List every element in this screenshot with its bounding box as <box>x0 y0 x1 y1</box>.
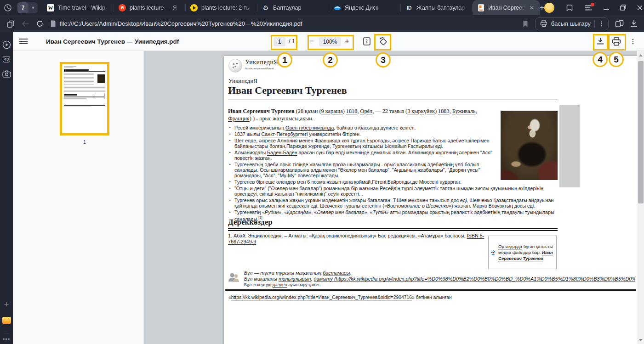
link[interactable]: бастамасы <box>323 270 350 276</box>
link[interactable]: 9 караша <box>321 108 343 114</box>
history-clock-icon[interactable] <box>0 0 16 15</box>
collections-icon[interactable] <box>615 20 624 28</box>
pdf-menu-icon[interactable] <box>19 32 28 51</box>
link[interactable]: 3 қыркүйек <box>407 108 435 114</box>
link[interactable]: Орёл <box>360 108 373 114</box>
url-field[interactable]: file:///C:/Users/Admin/Desktop/Иван%20Се… <box>50 20 302 27</box>
link[interactable]: дамыту <box>314 276 333 282</box>
retrieved-from-line: «https://kk.wikipedia.org/w/index.php?ti… <box>228 295 452 300</box>
footer-rule <box>225 289 636 291</box>
person-stub-icon <box>228 271 239 283</box>
zoom-out-button[interactable]: − <box>309 32 314 51</box>
screenshot-camera-icon[interactable] <box>0 70 13 78</box>
link[interactable]: дәлдеп <box>273 282 287 287</box>
link[interactable]: 1818 <box>346 108 358 114</box>
minimize-button[interactable] <box>604 5 609 11</box>
page-number-input[interactable]: 1 <box>274 37 285 46</box>
tabs-count-badge[interactable]: 43 <box>0 56 13 62</box>
sidebar-add-icon[interactable]: + <box>0 300 13 310</box>
zoom-in-button[interactable]: + <box>345 32 349 51</box>
print-pdf-icon[interactable] <box>612 32 621 51</box>
close-window-button[interactable] <box>637 5 643 11</box>
rotate-page-icon[interactable] <box>378 32 389 51</box>
tab-label: Иван Сергееви <box>488 5 525 11</box>
wikipedia-globe-icon <box>228 59 242 73</box>
link[interactable]: толықтырып <box>279 276 311 282</box>
profile-avatar[interactable] <box>544 3 554 13</box>
thumbnail-preview <box>62 64 107 133</box>
fit-to-page-icon[interactable] <box>362 32 371 51</box>
tab-counter[interactable]: 7 ▼ <box>17 2 38 13</box>
tab-close-icon[interactable]: ✕ <box>529 5 535 11</box>
link[interactable]: Буживаль <box>452 108 476 114</box>
reference-item: 1. Абай. Энциклопедия. – Алматы: «Қазақ … <box>228 233 485 245</box>
tab-yandex-search[interactable]: Я plants lecture — Я <box>114 0 186 15</box>
video-player-icon[interactable] <box>0 40 13 49</box>
link[interactable]: (https://kk.wikipedia.org/w/index.php?ti… <box>333 276 635 282</box>
scroll-down-arrow[interactable] <box>637 337 644 343</box>
print-options-icon[interactable]: ⋮ <box>598 20 604 27</box>
thumbnail-panel: 1 <box>13 51 144 344</box>
tab-bar: 7 ▼ W Time travel - Wikip Я plants lectu… <box>0 0 644 15</box>
divider <box>594 20 595 28</box>
print-button-label[interactable]: басып шығару <box>551 20 591 27</box>
chevron-down-icon[interactable]: ▼ <box>28 6 38 10</box>
divider <box>4 333 9 333</box>
browser-menu-icon[interactable] <box>585 5 593 11</box>
bookmark-icon[interactable] <box>522 20 529 28</box>
yandex-mail-icon[interactable] <box>0 317 13 324</box>
tab-settings[interactable]: ⚙ Баптаулар <box>257 0 329 15</box>
bullet-item: 1837 жылы Санкт-Петербургтегі университе… <box>234 131 558 137</box>
link[interactable]: Парижде <box>286 143 307 149</box>
tab-count-badge[interactable]: 7 <box>17 2 28 13</box>
reload-icon[interactable] <box>36 20 44 28</box>
address-bar: file:///C:/Users/Admin/Desktop/Иван%20Се… <box>0 15 644 32</box>
pdf-file-icon <box>477 4 484 11</box>
article-body: Иван Сергеевич Тургенев (28 қазан (9 кар… <box>228 107 558 223</box>
tab-video[interactable]: plants lecture: 2 ть <box>186 0 257 15</box>
restore-button[interactable] <box>620 5 626 11</box>
link[interactable]: Баден-Баден <box>267 150 297 155</box>
link[interactable]: https://kk.wikipedia.org/w/index.php?tit… <box>231 295 412 300</box>
url-text[interactable]: file:///C:/Users/Admin/Desktop/Иван%20Се… <box>60 20 302 27</box>
site-name-line: УикипедиЯ <box>228 77 257 85</box>
facts-list: Ресей империясының Орел губерниясында, б… <box>228 125 558 222</box>
back-icon[interactable] <box>21 21 29 27</box>
link[interactable]: Санкт-Петербургтегі <box>261 131 308 137</box>
bullet-item: Тургенев бірнеше өлеңдер мен 6 поэма жаз… <box>234 179 558 185</box>
side-panels-icon[interactable] <box>565 4 574 12</box>
wikimedia-commons-icon <box>491 246 496 259</box>
scroll-up-arrow[interactable] <box>637 52 644 58</box>
link[interactable]: Ысмайыл Ғаспыралы <box>384 143 433 149</box>
sources-section: Дереккөздер <box>228 218 558 231</box>
bullet-item: Ресей империясының Орел губерниясында, б… <box>234 125 558 130</box>
logo-title: УикипедиЯ <box>245 59 278 66</box>
commons-box: Ортаққорда бұған қатысты медиа файлдар б… <box>488 236 557 269</box>
commons-text: Ортаққорда бұған қатысты медиа файлдар б… <box>498 243 554 261</box>
bullet-item: Шет елде, әсіресе Алмания менен Францияд… <box>234 138 558 149</box>
downloads-icon[interactable] <box>630 20 638 28</box>
sidebar-more-icon[interactable]: ••• <box>0 336 13 343</box>
download-pdf-icon[interactable] <box>596 32 605 51</box>
vertical-scrollbar[interactable] <box>637 51 644 344</box>
tab-pdf-active[interactable]: Иван Сергееви ✕ <box>473 0 540 15</box>
new-tab-button[interactable]: + <box>540 0 544 15</box>
wikipedia-icon: W <box>47 4 54 11</box>
zoom-level-value[interactable]: 100% <box>319 37 341 46</box>
video-play-icon <box>190 4 198 11</box>
tab-yandex-disk[interactable]: Яндекс Диск <box>329 0 401 15</box>
link[interactable]: 1883 <box>438 108 450 114</box>
bullet-item: Тургенев орыс халқына жақын украин мәден… <box>234 197 558 209</box>
page-thumbnail[interactable] <box>60 62 109 135</box>
link[interactable]: Ортаққорда <box>498 244 522 249</box>
scrollbar-thumb[interactable] <box>638 61 644 203</box>
yandex-disk-icon <box>334 4 341 11</box>
tab-general-settings[interactable]: ID Жалпы баптаулар <box>401 0 473 15</box>
link[interactable]: Франция <box>228 115 250 122</box>
tab-wikipedia[interactable]: W Time travel - Wikip <box>42 0 114 15</box>
tabs-panel-icon[interactable] <box>6 20 15 28</box>
link[interactable]: Орел губерниясында <box>285 125 334 130</box>
pdf-more-options-icon[interactable]: ⋮ <box>630 32 636 51</box>
id-icon: ID <box>405 4 413 11</box>
print-page-button[interactable]: басып шығару ⋮ <box>535 17 609 30</box>
